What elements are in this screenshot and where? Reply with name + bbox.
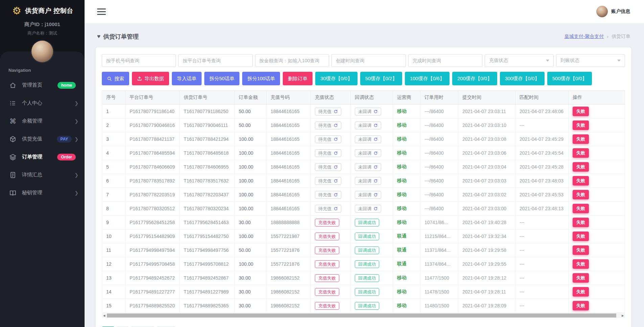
sidebar-item-home[interactable]: 管理首页home	[0, 76, 85, 94]
fail-action-button[interactable]: 失败	[573, 121, 589, 130]
cell-supply-order-id: T1617794891227989	[180, 285, 235, 299]
cell-operator: 移动	[393, 174, 420, 188]
table-row: 1P1617807791186140T161780779118625050.00…	[102, 105, 625, 118]
filter-input-2[interactable]	[255, 54, 329, 67]
fail-action-button[interactable]: 失败	[573, 204, 589, 213]
cell-phone: 18844616165	[267, 105, 311, 118]
scroll-left-icon[interactable]: ◀	[102, 313, 107, 318]
action-button-1[interactable]: 导出数据	[132, 72, 169, 85]
cell-action: 失败	[569, 271, 625, 285]
sidebar-item-file[interactable]: 详情汇总❯	[0, 166, 85, 184]
account-info[interactable]: 账户信息	[596, 6, 630, 17]
action-button-4[interactable]: 拆分100话单	[242, 72, 280, 85]
status-chip-refresh[interactable]: 待充值	[315, 135, 341, 143]
status-chip-refresh[interactable]: 未回调	[355, 163, 381, 171]
chevron-right-icon: ❯	[74, 101, 78, 106]
action-button-3[interactable]: 拆分50话单	[204, 72, 239, 85]
status-chip-label: 回调成功	[358, 304, 376, 308]
cell-action: 失败	[569, 216, 625, 230]
status-chip-label: 未回调	[358, 151, 371, 155]
content: ♥ 供货订单管理 皇城支付-聚合支付 › 供货订单 充值状态到账状态 搜索导出数…	[85, 23, 644, 327]
filter-select-1[interactable]: 到账状态	[556, 54, 625, 67]
fail-action-button[interactable]: 失败	[573, 162, 589, 172]
status-chip-label: 未回调	[358, 137, 371, 141]
fail-action-button[interactable]: 失败	[573, 259, 589, 269]
cell-match-time: ---	[515, 230, 569, 243]
status-chip-refresh[interactable]: 待充值	[315, 205, 341, 213]
status-chip-refresh[interactable]: 未回调	[355, 108, 381, 115]
status-chip-refresh[interactable]: 待充值	[315, 149, 341, 157]
cell-submit-time: 2021-04-07 23:03:00	[458, 202, 515, 216]
status-chip-refresh[interactable]: 未回调	[355, 177, 381, 185]
action-button-6[interactable]: 30缓存【0/0】	[315, 72, 357, 85]
cell-index: 1	[102, 105, 125, 118]
status-chip-refresh[interactable]: 未回调	[355, 205, 381, 213]
sidebar-item-command[interactable]: ⌘余额管理❯	[0, 112, 85, 130]
fail-action-button[interactable]: 失败	[573, 301, 589, 310]
filter-input-4[interactable]	[408, 54, 482, 67]
filter-input-1[interactable]	[178, 54, 252, 67]
status-chip-label: 未回调	[358, 193, 371, 197]
fail-action-button[interactable]: 失败	[573, 148, 589, 158]
cell-operator: 移动	[393, 285, 420, 299]
menu-toggle-icon[interactable]	[97, 7, 106, 17]
sidebar-item-book[interactable]: 秘钥管理❯	[0, 184, 85, 202]
fail-action-button[interactable]: 失败	[573, 107, 589, 116]
fail-action-button[interactable]: 失败	[573, 176, 589, 186]
breadcrumb-link[interactable]: 皇城支付-聚合支付	[565, 34, 604, 40]
status-chip-refresh[interactable]: 待充值	[315, 177, 341, 185]
horizontal-scrollbar[interactable]: ◀ ▶	[102, 313, 625, 318]
fail-action-button[interactable]: 失败	[573, 273, 589, 283]
refresh-icon	[373, 193, 378, 197]
cell-index: 4	[102, 146, 125, 160]
cell-callback-status: 回调成功	[351, 216, 393, 230]
sidebar-item-box[interactable]: 供货充值PAY❯	[0, 130, 85, 148]
fail-action-button[interactable]: 失败	[573, 190, 589, 199]
cell-platform-order-id: P1617807783517892	[125, 174, 180, 188]
cell-action: 失败	[569, 230, 625, 243]
status-chip-refresh[interactable]: 未回调	[355, 191, 381, 199]
status-chip-label: 充值失败	[318, 248, 336, 253]
status-chip-label: 充值失败	[318, 304, 336, 308]
status-chip-refresh[interactable]: 未回调	[355, 149, 381, 157]
status-chip-refresh[interactable]: 待充值	[315, 163, 341, 171]
cell-operator: 移动	[393, 146, 420, 160]
cell-action: 失败	[569, 188, 625, 202]
action-button-8[interactable]: 100缓存【0/6】	[405, 72, 450, 85]
action-button-7[interactable]: 50缓存【0/2】	[360, 72, 402, 85]
cell-action: 失败	[569, 174, 625, 188]
fail-action-button[interactable]: 失败	[573, 245, 589, 255]
cell-index: 7	[102, 188, 125, 202]
status-chip-refresh[interactable]: 未回调	[355, 122, 381, 129]
action-button-9[interactable]: 200缓存【0/0】	[452, 72, 497, 85]
fail-action-button[interactable]: 失败	[573, 218, 589, 227]
filter-input-0[interactable]	[102, 54, 176, 67]
scroll-right-icon[interactable]: ▶	[620, 313, 625, 318]
heart-icon: ♥	[97, 33, 100, 40]
action-button-11[interactable]: 500缓存【0/0】	[547, 72, 592, 85]
action-button-0[interactable]: 搜索	[102, 72, 129, 85]
status-chip-refresh[interactable]: 未回调	[355, 135, 381, 143]
sidebar-item-label: 管理首页	[22, 82, 58, 88]
filter-input-3[interactable]	[331, 54, 406, 67]
sidebar-item-list[interactable]: 个人中心❯	[0, 94, 85, 112]
fail-action-button[interactable]: 失败	[573, 134, 589, 144]
horizontal-scrollbar-thumb[interactable]	[107, 313, 616, 318]
sidebar-item-layers[interactable]: 订单管理Order	[0, 148, 85, 166]
action-button-5[interactable]: 删除订单	[283, 72, 313, 85]
merchant-id: 商户ID：j10001	[0, 21, 85, 28]
status-chip-refresh[interactable]: 待充值	[315, 108, 341, 115]
fail-action-button[interactable]: 失败	[573, 287, 589, 297]
status-chip-success: 回调成功	[355, 288, 379, 296]
filter-select-0[interactable]: 充值状态	[485, 54, 554, 67]
fail-action-button[interactable]: 失败	[573, 232, 589, 241]
status-chip-refresh[interactable]: 待充值	[315, 122, 341, 129]
box-icon	[9, 135, 17, 143]
refresh-icon	[334, 137, 338, 141]
action-button-10[interactable]: 300缓存【0/0】	[500, 72, 545, 85]
status-chip-refresh[interactable]: 待充值	[315, 191, 341, 199]
cell-duration: ---/86400	[420, 202, 458, 216]
cell-amount: 50.00	[235, 105, 267, 118]
action-button-2[interactable]: 导入话单	[172, 72, 202, 85]
merchant-name: 商户名称：测试	[0, 30, 85, 36]
